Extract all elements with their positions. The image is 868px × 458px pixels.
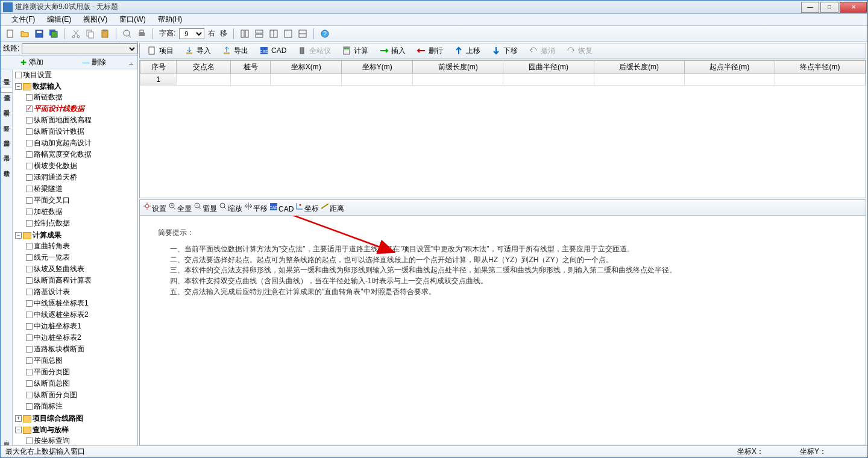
menu-item[interactable]: 窗口(W) — [113, 13, 151, 26]
side-tab[interactable]: 隧道分析 — [1, 118, 12, 123]
tree-item[interactable]: 平面总图 — [26, 356, 137, 366]
tree-item[interactable]: 纵断面高程计算表 — [26, 275, 137, 286]
tree-item[interactable]: 纵断面地面线高程 — [26, 115, 137, 125]
坐标-button[interactable]: 坐标 — [295, 201, 319, 214]
计算-button[interactable]: 计算 — [337, 45, 373, 57]
grid-cell[interactable] — [684, 74, 775, 86]
tree-item[interactable]: 路面标注 — [26, 401, 137, 412]
menu-item[interactable]: 编辑(E) — [41, 13, 77, 26]
tree-folder[interactable]: +项目综合线路图 — [15, 413, 137, 424]
插入-button[interactable]: 插入 — [374, 45, 410, 57]
tree-folder[interactable]: −查询与放样 — [15, 425, 137, 435]
tree-item[interactable]: 中边桩坐标表2 — [26, 333, 137, 343]
上移-button[interactable]: 上移 — [449, 45, 485, 57]
cut-icon[interactable] — [70, 28, 82, 40]
grid-header[interactable]: 桩号 — [231, 61, 271, 74]
side-tab[interactable]: 局部测设 — [1, 133, 12, 138]
tree-panel[interactable]: 项目设置−数据输入断链数据平面设计线数据纵断面地面线高程纵断面设计数据自动加宽超… — [13, 69, 137, 445]
delete-button[interactable]: —删除 — [63, 57, 126, 67]
maximize-button[interactable]: □ — [820, 2, 838, 13]
tree-item[interactable]: 纵断面总图 — [26, 378, 137, 389]
tree-item[interactable]: 加桩数据 — [26, 207, 137, 217]
grid-cell[interactable] — [177, 74, 231, 86]
tree-item[interactable]: 直曲转角表 — [26, 241, 137, 251]
tree-item[interactable]: 纵坡及竖曲线表 — [26, 264, 137, 274]
saveall-icon[interactable] — [48, 28, 60, 40]
tree-item[interactable]: 中线逐桩坐标表1 — [26, 298, 137, 309]
删行-button[interactable]: 删行 — [412, 45, 448, 57]
side-tab[interactable]: 导线平差 — [1, 72, 12, 77]
tree-item[interactable]: 路幅宽度变化数据 — [26, 149, 137, 160]
preview-icon[interactable] — [121, 28, 133, 40]
grid-cell[interactable] — [342, 74, 413, 86]
CAD-button[interactable]: CADCAD — [254, 45, 291, 57]
grid-cell[interactable] — [594, 74, 684, 86]
side-tab[interactable]: 全线测设 — [1, 87, 12, 93]
help-icon[interactable]: ? — [319, 28, 331, 40]
CAD-button[interactable]: CADCAD — [269, 202, 294, 213]
缩放-button[interactable]: 缩放 — [218, 201, 242, 214]
grid-header[interactable]: 起点半径(m) — [684, 61, 775, 74]
tree-item[interactable]: 平面交叉口 — [26, 195, 137, 205]
grid-header[interactable]: 交点名 — [177, 61, 231, 74]
grid-cell[interactable]: 1 — [140, 74, 177, 86]
tree-item[interactable]: 中线逐桩坐标表2 — [26, 310, 137, 320]
下移-button[interactable]: 下移 — [486, 45, 523, 57]
窗显-button[interactable]: -窗显 — [193, 201, 217, 214]
menu-item[interactable]: 帮助(H) — [152, 13, 189, 26]
tree-item[interactable]: 平面设计线数据 — [26, 104, 137, 114]
layout2-icon[interactable] — [253, 28, 265, 40]
fontheight-combo[interactable]: 9 — [179, 28, 204, 39]
open-icon[interactable] — [19, 28, 31, 40]
layout3-icon[interactable] — [268, 28, 280, 40]
close-button[interactable]: ✕ — [840, 2, 867, 13]
new-icon[interactable] — [4, 28, 16, 40]
tree-item[interactable]: 涵洞通道天桥 — [26, 172, 137, 183]
grid-header[interactable]: 前缓长度(m) — [413, 61, 503, 74]
grid-header[interactable]: 坐标X(m) — [271, 61, 342, 74]
grid-cell[interactable] — [503, 74, 594, 86]
grid-cell[interactable] — [413, 74, 503, 86]
data-grid[interactable]: 序号交点名桩号坐标X(m)坐标Y(m)前缓长度(m)圆曲半径(m)后缓长度(m)… — [139, 60, 866, 198]
menu-item[interactable]: 视图(V) — [77, 13, 113, 26]
layout4-icon[interactable] — [282, 28, 294, 40]
grid-header[interactable]: 序号 — [140, 61, 177, 74]
tree-item[interactable]: 断链数据 — [26, 92, 137, 102]
tree-folder[interactable]: −数据输入 — [15, 81, 137, 92]
grid-header[interactable]: 终点半径(m) — [775, 61, 865, 74]
tree-item[interactable]: 横坡变化数据 — [26, 161, 137, 171]
距离-button[interactable]: 距离 — [320, 201, 344, 214]
tree-item[interactable]: 自动加宽超高设计 — [26, 138, 137, 148]
tree-item[interactable]: 中边桩坐标表1 — [26, 321, 137, 331]
save-icon[interactable] — [33, 28, 45, 40]
paste-icon[interactable] — [99, 28, 111, 40]
tree-item[interactable]: 控制点数据 — [26, 218, 137, 228]
menu-item[interactable]: 文件(F) — [5, 13, 41, 26]
layout5-icon[interactable] — [297, 28, 309, 40]
平移-button[interactable]: 平移 — [244, 201, 268, 214]
side-tab[interactable]: 软件帮助 — [1, 163, 12, 168]
tree-item[interactable]: 平面分页图 — [26, 367, 137, 377]
add-button[interactable]: ✚添加 — [1, 57, 63, 67]
pin-button[interactable]: ⫠ — [125, 58, 137, 67]
tree-item[interactable]: 线元一览表 — [26, 253, 137, 263]
tree-item[interactable]: 项目设置 — [15, 70, 137, 80]
tree-item[interactable]: 纵断面分页图 — [26, 390, 137, 400]
route-combo[interactable] — [22, 43, 137, 54]
side-tab[interactable]: 横断工程 — [1, 103, 12, 108]
项目-button[interactable]: 项目 — [142, 45, 178, 57]
导入-button[interactable]: 导入 — [180, 45, 216, 57]
tree-item[interactable]: 道路板块横断面 — [26, 344, 137, 354]
print-icon[interactable] — [136, 28, 148, 40]
tree-item[interactable]: 桥梁隧道 — [26, 184, 137, 194]
设置-button[interactable]: 设置 — [142, 201, 166, 214]
tree-item[interactable]: 纵断面设计数据 — [26, 127, 137, 137]
grid-header[interactable]: 后缓长度(m) — [594, 61, 684, 74]
grid-header[interactable]: 坐标Y(m) — [342, 61, 413, 74]
grid-cell[interactable] — [231, 74, 271, 86]
copy-icon[interactable] — [84, 28, 96, 40]
grid-header[interactable]: 圆曲半径(m) — [503, 61, 594, 74]
minimize-button[interactable]: — — [801, 2, 819, 13]
grid-cell[interactable] — [271, 74, 342, 86]
grid-cell[interactable] — [775, 74, 865, 86]
